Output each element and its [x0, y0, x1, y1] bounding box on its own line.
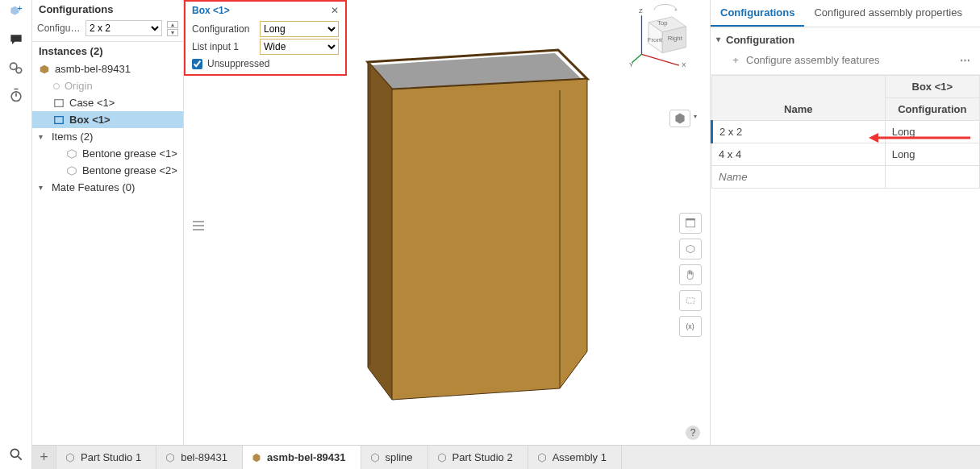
svg-text:+: + [17, 5, 22, 13]
variables-icon[interactable]: (x) [679, 316, 702, 337]
popup-config-label: Configuration [192, 23, 255, 35]
svg-rect-27 [686, 298, 694, 303]
table-row[interactable]: 4 x 4 Long [712, 143, 980, 166]
tree-root[interactable]: asmb-bel-89431 [32, 60, 183, 77]
configuration-label: Configurati... [37, 23, 82, 34]
section-view-icon[interactable] [679, 213, 702, 234]
col-box-header: Box <1> [885, 76, 979, 98]
left-rail: + [0, 0, 32, 469]
configurations-header: Configurations [32, 0, 183, 19]
instances-header: Instances (2) [32, 41, 183, 60]
hand-tool-icon[interactable] [679, 264, 702, 285]
svg-text:Front: Front [648, 36, 663, 44]
svg-point-4 [10, 449, 19, 457]
tree-case-label: Case <1> [69, 97, 115, 109]
popup-list-select[interactable]: Wide [260, 39, 339, 55]
display-style-caret[interactable]: ▾ [694, 113, 697, 120]
svg-text:X: X [682, 61, 686, 68]
box-config-popup: Box <1> ✕ Configuration Long List input … [184, 0, 347, 76]
svg-text:Right: Right [668, 35, 683, 42]
tree-mates-label: Mate Features (0) [52, 181, 135, 193]
add-feature-icon[interactable]: + [730, 54, 741, 66]
table-row[interactable]: 2 x 2 Long [712, 121, 980, 143]
doc-tab-spline[interactable]: spline [361, 446, 428, 469]
configure-features-label[interactable]: Configure assembly features [746, 54, 879, 66]
row-config: Long [885, 143, 979, 166]
close-icon[interactable]: ✕ [331, 5, 339, 16]
tree-root-label: asmb-bel-89431 [55, 63, 131, 75]
display-style-button[interactable] [669, 110, 690, 127]
svg-marker-15 [368, 62, 371, 367]
svg-text:Y: Y [629, 61, 633, 68]
config-step-up[interactable]: ▴ [167, 21, 178, 28]
doc-tab-partstudio1[interactable]: Part Studio 1 [56, 446, 156, 469]
svg-marker-14 [368, 62, 392, 400]
doc-tab-assembly1[interactable]: Assembly 1 [528, 446, 622, 469]
gear-pair-icon[interactable] [6, 58, 26, 77]
row-name: 2 x 2 [712, 121, 886, 143]
configurations-panel: Configurations Configured assembly prope… [710, 0, 980, 445]
tree-grease1-label: Bentone grease <1> [82, 147, 177, 160]
popup-config-select[interactable]: Long [260, 21, 339, 37]
doc-tab-asmb-bel[interactable]: asmb-bel-89431 [243, 446, 361, 469]
svg-marker-13 [395, 81, 584, 395]
svg-rect-26 [686, 219, 694, 227]
svg-rect-5 [55, 99, 64, 106]
col-config-header: Configuration [885, 98, 979, 121]
configuration-table: Name Box <1> Configuration 2 x 2 Long 4 … [711, 75, 980, 189]
tree-box-label: Box <1> [69, 114, 111, 126]
document-tab-bar: + Part Studio 1 bel-89431 asmb-bel-89431… [32, 445, 980, 469]
tree-items-group[interactable]: ▾ Items (2) [32, 128, 183, 145]
svg-text:(x): (x) [686, 322, 694, 330]
popup-title: Box <1> [192, 5, 230, 16]
svg-text:Top: Top [657, 19, 667, 27]
row-config: Long [885, 121, 979, 143]
3d-canvas[interactable]: Box <1> ✕ Configuration Long List input … [184, 0, 710, 445]
tree-box[interactable]: Box <1> [32, 111, 183, 128]
row-name: 4 x 4 [712, 143, 886, 166]
zoom-fit-icon[interactable] [679, 290, 702, 311]
col-name-header: Name [712, 76, 886, 121]
comments-icon[interactable] [6, 31, 26, 50]
new-row-name-input[interactable] [712, 166, 885, 188]
svg-rect-6 [55, 116, 64, 123]
svg-text:Z: Z [639, 7, 643, 15]
unsuppressed-label: Unsuppressed [207, 58, 269, 69]
view-cube[interactable]: Top Front Right Z X Y [629, 2, 699, 71]
tree-item-grease2[interactable]: Bentone grease <2> [32, 162, 183, 179]
table-row-new[interactable] [712, 166, 980, 189]
isometric-icon[interactable] [679, 239, 702, 259]
add-tab-button[interactable]: + [32, 446, 56, 469]
tab-configured-props[interactable]: Configured assembly properties [804, 0, 972, 27]
configuration-section-header[interactable]: ▸ Configuration [711, 27, 980, 51]
tree-origin-label: Origin [65, 80, 93, 92]
tab-configurations[interactable]: Configurations [711, 0, 804, 27]
tree-items-label: Items (2) [52, 131, 93, 143]
doc-tab-partstudio2[interactable]: Part Studio 2 [428, 446, 528, 469]
add-part-icon[interactable]: + [6, 3, 26, 23]
more-options-icon[interactable]: ⋯ [960, 54, 972, 66]
view-toolbar: (x) [679, 213, 702, 337]
tree-item-grease1[interactable]: Bentone grease <1> [32, 145, 183, 162]
tree-mates-group[interactable]: ▾ Mate Features (0) [32, 179, 183, 196]
help-icon[interactable]: ? [686, 425, 700, 440]
svg-point-2 [16, 68, 22, 73]
feature-tree-panel: Configurations Configurati... 2 x 2 ▴ ▾ … [32, 0, 184, 445]
tree-case[interactable]: Case <1> [32, 94, 183, 111]
list-view-icon[interactable] [190, 218, 206, 234]
stopwatch-icon[interactable] [6, 85, 26, 105]
config-step-down[interactable]: ▾ [167, 29, 178, 36]
tree-grease2-label: Bentone grease <2> [82, 164, 177, 176]
tree-origin[interactable]: Origin [32, 77, 183, 94]
popup-list-label: List input 1 [192, 41, 255, 52]
configuration-select[interactable]: 2 x 2 [85, 20, 162, 36]
doc-tab-bel[interactable]: bel-89431 [156, 446, 243, 469]
svg-point-1 [10, 63, 16, 69]
unsuppressed-checkbox[interactable] [192, 59, 202, 69]
search-icon[interactable] [6, 445, 26, 464]
